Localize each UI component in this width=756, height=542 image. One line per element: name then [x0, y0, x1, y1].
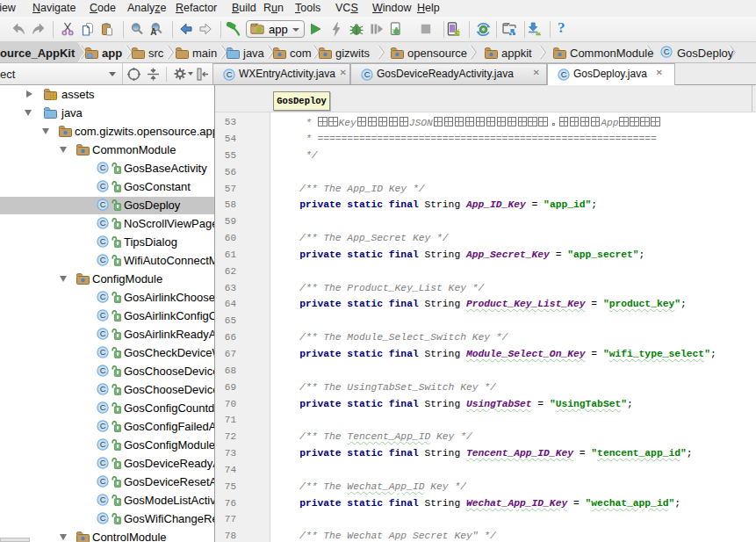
- svg-text:C: C: [664, 47, 670, 56]
- svg-text:C: C: [364, 69, 371, 79]
- svg-text:C: C: [100, 439, 106, 449]
- svg-text:C: C: [100, 199, 106, 209]
- svg-text:C: C: [561, 69, 567, 79]
- svg-text:C: C: [100, 310, 106, 320]
- svg-text:C: C: [100, 163, 106, 172]
- svg-text:C: C: [100, 292, 106, 301]
- svg-text:C: C: [100, 255, 106, 264]
- svg-text:C: C: [100, 218, 106, 228]
- svg-text:C: C: [100, 347, 106, 357]
- svg-text:C: C: [100, 495, 106, 504]
- svg-text:C: C: [100, 236, 106, 246]
- svg-text:C: C: [100, 458, 106, 467]
- svg-text:C: C: [100, 384, 106, 394]
- svg-text:C: C: [227, 69, 233, 79]
- svg-text:A: A: [150, 27, 156, 36]
- svg-text:C: C: [100, 402, 106, 412]
- svg-text:C: C: [100, 476, 106, 486]
- svg-text:C: C: [100, 421, 106, 430]
- svg-text:C: C: [100, 181, 106, 191]
- svg-text:C: C: [100, 513, 106, 523]
- svg-text:C: C: [100, 365, 106, 375]
- svg-text:C: C: [100, 329, 106, 338]
